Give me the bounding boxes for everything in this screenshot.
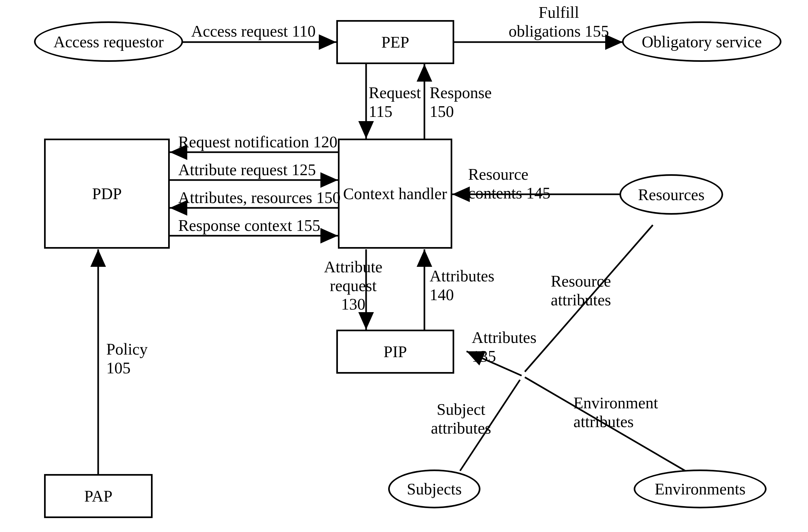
edge-label-resource-attributes: Resource attributes — [551, 272, 611, 309]
node-environments: Environments — [634, 470, 767, 508]
node-label: PIP — [384, 342, 407, 361]
node-resources: Resources — [620, 174, 723, 215]
node-label: Obligatory service — [642, 32, 762, 52]
node-obligatory-service: Obligatory service — [622, 21, 782, 62]
node-label: PAP — [84, 486, 112, 506]
edge-label-response-150: Response 150 — [429, 83, 492, 121]
edge-label-fulfill-obligations: Fulfill obligations 155 — [509, 3, 609, 40]
edge-label-attributes-135: Attributes 135 — [472, 328, 536, 365]
edge-label-resource-contents-145: Resource contents 145 — [468, 165, 550, 202]
edge-label-request-notification-120: Request notification 120 — [178, 133, 337, 152]
node-access-requestor: Access requestor — [34, 21, 183, 62]
node-label: PEP — [381, 32, 409, 52]
node-pep: PEP — [336, 20, 454, 64]
edge-label-access-request: Access request 110 — [191, 22, 315, 41]
node-label: Context handler — [343, 184, 447, 203]
edges-layer — [0, 0, 808, 532]
node-label: Resources — [638, 185, 705, 204]
edge-label-attributes-resources-150: Attributes, resources 150 — [178, 188, 341, 207]
node-label: Subjects — [407, 479, 462, 499]
node-pap: PAP — [44, 474, 152, 518]
node-context-handler: Context handler — [338, 138, 452, 249]
node-label: Access requestor — [53, 32, 164, 52]
edge-label-attributes-140: Attributes 140 — [429, 267, 494, 304]
edge-label-subject-attributes: Subject attributes — [431, 400, 491, 437]
node-label: PDP — [92, 184, 122, 203]
edge-label-attribute-request-130: Attribute request 130 — [324, 258, 383, 314]
node-label: Environments — [655, 479, 746, 499]
node-subjects: Subjects — [388, 470, 480, 508]
edge-label-environment-attributes: Environment attributes — [573, 394, 658, 431]
node-pdp: PDP — [44, 138, 170, 249]
node-pip: PIP — [336, 330, 454, 374]
edge-label-response-context-155: Response context 155 — [178, 216, 320, 235]
edge-label-request-115: Request 115 — [369, 83, 421, 121]
edge-label-attribute-request-125: Attribute request 125 — [178, 160, 316, 179]
edge-label-policy-105: Policy 105 — [106, 340, 148, 377]
diagram-canvas: Access requestor PEP Obligatory service … — [0, 0, 808, 532]
